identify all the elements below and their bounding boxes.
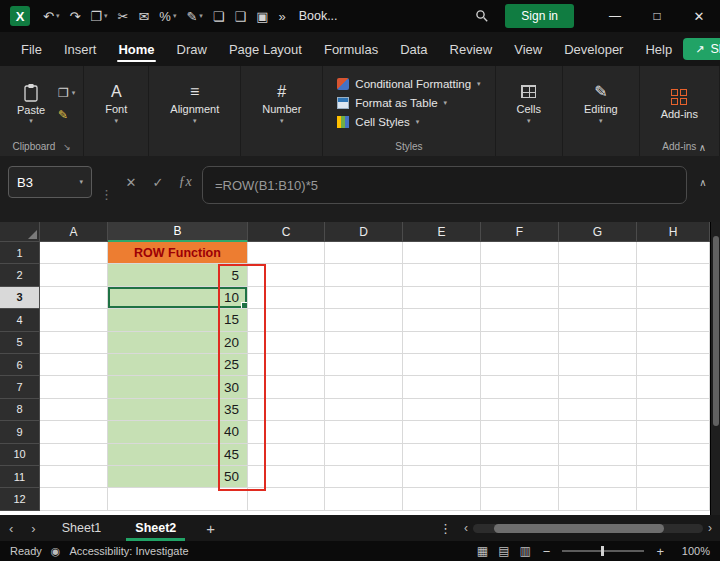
cell-B10[interactable]: 45 — [108, 444, 248, 466]
cell-D9[interactable] — [325, 421, 403, 443]
enter-icon[interactable]: ✓ — [148, 166, 168, 198]
select-all-corner[interactable] — [0, 222, 40, 242]
scroll-right-icon[interactable]: › — [708, 521, 712, 535]
cell-H10[interactable] — [637, 444, 710, 466]
cell-H1[interactable] — [637, 242, 710, 264]
cell-D6[interactable] — [325, 354, 403, 376]
cell-A3[interactable] — [40, 287, 108, 309]
row-header-7[interactable]: 7 — [0, 376, 40, 398]
cell-F2[interactable] — [481, 264, 559, 286]
new-document-icon[interactable]: ❏ — [208, 3, 230, 29]
accessibility-status[interactable]: Accessibility: Investigate — [69, 545, 188, 557]
cell-E7[interactable] — [403, 376, 481, 398]
cell-C4[interactable] — [248, 309, 325, 331]
cell-A9[interactable] — [40, 421, 108, 443]
menu-tab-formulas[interactable]: Formulas — [313, 32, 389, 66]
cell-G7[interactable] — [559, 376, 637, 398]
cell-B11[interactable]: 50 — [108, 466, 248, 488]
copy-small-button[interactable]: ❐▾ — [58, 86, 75, 100]
cell-A7[interactable] — [40, 376, 108, 398]
column-header-G[interactable]: G — [559, 222, 637, 242]
cell-D5[interactable] — [325, 332, 403, 354]
cell-E12[interactable] — [403, 488, 481, 510]
menu-tab-data[interactable]: Data — [389, 32, 438, 66]
cell-F4[interactable] — [481, 309, 559, 331]
next-sheet-icon[interactable]: › — [22, 521, 44, 536]
menu-tab-review[interactable]: Review — [439, 32, 504, 66]
cell-E2[interactable] — [403, 264, 481, 286]
cell-C3[interactable] — [248, 287, 325, 309]
cell-A6[interactable] — [40, 354, 108, 376]
cell-E4[interactable] — [403, 309, 481, 331]
zoom-level[interactable]: 100% — [676, 545, 710, 557]
row-header-2[interactable]: 2 — [0, 264, 40, 286]
share-button[interactable]: ↗ Share — [683, 38, 720, 60]
search-icon[interactable] — [469, 3, 495, 29]
cell-C2[interactable] — [248, 264, 325, 286]
cell-G2[interactable] — [559, 264, 637, 286]
column-header-D[interactable]: D — [325, 222, 403, 242]
cell-D1[interactable] — [325, 242, 403, 264]
cell-G8[interactable] — [559, 399, 637, 421]
collapse-ribbon-icon[interactable]: ∧ — [699, 142, 706, 153]
cell-H6[interactable] — [637, 354, 710, 376]
cell-B2[interactable]: 5 — [108, 264, 248, 286]
cell-G5[interactable] — [559, 332, 637, 354]
formula-input[interactable]: =ROW(B1:B10)*5 — [202, 166, 687, 204]
cell-B5[interactable]: 20 — [108, 332, 248, 354]
cell-A5[interactable] — [40, 332, 108, 354]
cell-F7[interactable] — [481, 376, 559, 398]
mail-icon[interactable]: ✉ — [133, 3, 154, 29]
row-header-12[interactable]: 12 — [0, 488, 40, 510]
format-as-table-button[interactable]: Format as Table ▾ — [337, 97, 480, 109]
cell-A12[interactable] — [40, 488, 108, 510]
sheet-options-icon[interactable]: ⋮ — [429, 521, 462, 536]
excel-logo-icon[interactable]: X — [10, 6, 30, 26]
sheet-tab-sheet2[interactable]: Sheet2 — [118, 515, 193, 541]
cell-A2[interactable] — [40, 264, 108, 286]
page-layout-view-icon[interactable]: ▤ — [498, 544, 509, 558]
cell-B7[interactable]: 30 — [108, 376, 248, 398]
number-group-button[interactable]: # Number ▾ — [249, 83, 314, 125]
column-header-B[interactable]: B — [108, 222, 248, 242]
cell-C9[interactable] — [248, 421, 325, 443]
editing-group-button[interactable]: ✎ Editing ▾ — [571, 83, 631, 125]
column-header-H[interactable]: H — [637, 222, 710, 242]
cell-D3[interactable] — [325, 287, 403, 309]
cell-G9[interactable] — [559, 421, 637, 443]
cell-B8[interactable]: 35 — [108, 399, 248, 421]
cell-C7[interactable] — [248, 376, 325, 398]
minimize-button[interactable]: — — [594, 0, 636, 32]
cell-F1[interactable] — [481, 242, 559, 264]
conditional-formatting-button[interactable]: Conditional Formatting ▾ — [337, 78, 480, 90]
cell-C1[interactable] — [248, 242, 325, 264]
menu-tab-view[interactable]: View — [503, 32, 553, 66]
cell-H3[interactable] — [637, 287, 710, 309]
cells-group-button[interactable]: Cells ▾ — [504, 83, 554, 125]
clipboard-dialog-launcher-icon[interactable]: ↘ — [63, 142, 71, 152]
cut-icon[interactable]: ✂ — [113, 3, 134, 29]
row-header-1[interactable]: 1 — [0, 242, 40, 264]
format-painter-button[interactable]: ✎ — [58, 108, 75, 122]
row-header-8[interactable]: 8 — [0, 399, 40, 421]
menu-tab-page-layout[interactable]: Page Layout — [218, 32, 313, 66]
menu-tab-help[interactable]: Help — [634, 32, 683, 66]
cell-D2[interactable] — [325, 264, 403, 286]
cell-H7[interactable] — [637, 376, 710, 398]
zoom-slider[interactable] — [562, 550, 644, 552]
cell-G3[interactable] — [559, 287, 637, 309]
cell-F12[interactable] — [481, 488, 559, 510]
cell-G6[interactable] — [559, 354, 637, 376]
cell-D8[interactable] — [325, 399, 403, 421]
normal-view-icon[interactable]: ▦ — [477, 544, 488, 558]
cell-H8[interactable] — [637, 399, 710, 421]
more-commands-icon[interactable]: » — [273, 3, 290, 29]
add-sheet-button[interactable]: + — [193, 520, 228, 537]
cell-E1[interactable] — [403, 242, 481, 264]
paste-button[interactable]: Paste ▾ — [8, 82, 54, 125]
cell-D10[interactable] — [325, 444, 403, 466]
cell-H11[interactable] — [637, 466, 710, 488]
menu-tab-insert[interactable]: Insert — [53, 32, 108, 66]
percent-style-icon[interactable]: %▾ — [154, 3, 181, 29]
vertical-scrollbar[interactable] — [710, 222, 720, 515]
